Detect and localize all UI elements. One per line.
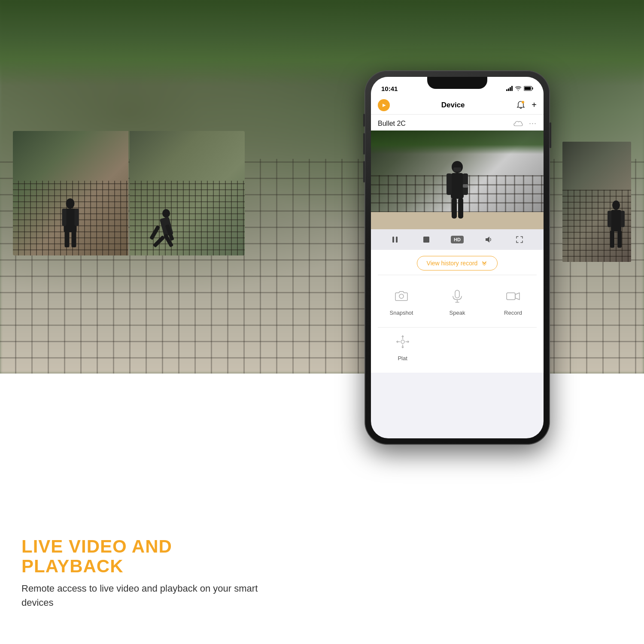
volume-icon [484, 235, 492, 244]
svg-point-0 [66, 198, 75, 209]
bar-1 [506, 89, 507, 91]
cloud-icon[interactable] [513, 120, 523, 128]
marketing-section: LIVE VIDEO AND PLAYBACK Remote access to… [21, 537, 262, 610]
ptz-icon-wrap [393, 332, 413, 352]
svg-rect-14 [608, 211, 611, 227]
svg-rect-35 [455, 290, 459, 298]
feed-person-figure [442, 161, 472, 221]
record-action[interactable]: Record [487, 282, 539, 320]
speak-icon-wrap [447, 286, 467, 306]
svg-rect-20 [525, 87, 531, 90]
battery-icon [524, 86, 533, 91]
header-actions: + [516, 100, 537, 110]
snapshot-action[interactable]: Snapshot [375, 282, 428, 320]
video-icon [506, 291, 520, 302]
silent-switch [363, 114, 365, 127]
svg-rect-32 [423, 237, 429, 243]
svg-rect-29 [463, 184, 468, 188]
record-icon-wrap [503, 286, 523, 306]
snapshot-label: Snapshot [390, 310, 413, 316]
phone-screen: 10:41 [371, 77, 544, 438]
device-header-icons: ··· [513, 119, 537, 128]
snapshot-icon-wrap [392, 286, 411, 306]
camera-thumb-right [562, 142, 631, 262]
bar-4 [511, 86, 513, 91]
svg-rect-13 [611, 210, 621, 231]
marketing-headline: LIVE VIDEO AND PLAYBACK [21, 537, 262, 576]
speak-label: Speak [450, 310, 465, 316]
volume-button[interactable] [481, 233, 495, 246]
svg-point-34 [399, 294, 404, 298]
svg-rect-5 [72, 231, 76, 247]
bar-3 [510, 87, 511, 91]
camera-feed [371, 131, 544, 229]
person-figure-right [603, 200, 629, 255]
play-button[interactable]: ▶ [378, 99, 390, 111]
svg-rect-24 [451, 173, 464, 199]
camera-thumbnails [13, 131, 245, 255]
svg-rect-2 [62, 209, 67, 226]
record-label: Record [504, 310, 522, 316]
svg-rect-27 [452, 198, 457, 219]
play-icon: ▶ [383, 103, 386, 107]
svg-rect-16 [610, 231, 614, 248]
camera-icon [395, 290, 408, 302]
microphone-icon [451, 289, 463, 303]
ptz-icon [396, 335, 410, 349]
notification-icon[interactable] [516, 100, 526, 110]
person-figure-2 [143, 208, 177, 251]
svg-rect-25 [447, 173, 452, 195]
video-controls: HD [371, 229, 544, 250]
bar-2 [508, 88, 509, 91]
phone-notch [427, 77, 487, 89]
pause-icon [391, 235, 399, 244]
signal-strength [506, 86, 513, 91]
action-grid: Snapshot Speak [371, 275, 544, 327]
phone-mockup: 10:41 [365, 71, 550, 444]
camera-thumb-1 [13, 131, 128, 255]
svg-rect-15 [621, 211, 625, 227]
stop-icon [422, 235, 431, 244]
svg-rect-38 [507, 293, 515, 300]
svg-rect-30 [392, 237, 394, 243]
more-options-icon[interactable]: ··· [529, 119, 537, 128]
ptz-action[interactable]: Plat [375, 328, 430, 366]
svg-rect-4 [65, 231, 70, 247]
fullscreen-icon [515, 235, 524, 244]
history-arrow-icon [481, 260, 488, 267]
svg-rect-8 [149, 225, 160, 240]
view-history-button[interactable]: View history record [417, 256, 498, 270]
status-icons [506, 86, 533, 91]
device-name: Bullet 2C [378, 120, 406, 128]
app-header: ▶ Device + [371, 96, 544, 115]
svg-rect-28 [458, 198, 463, 219]
svg-point-12 [612, 200, 620, 210]
feed-trees [371, 131, 544, 154]
device-card: Bullet 2C ··· [371, 115, 544, 373]
fullscreen-button[interactable] [513, 233, 526, 246]
marketing-subtext: Remote access to live video and playback… [21, 581, 262, 610]
volume-up-button [363, 133, 365, 155]
wifi-icon [515, 86, 522, 91]
svg-point-6 [162, 209, 170, 218]
speak-action[interactable]: Speak [431, 282, 483, 320]
person-figure-1 [59, 197, 82, 249]
stop-button[interactable] [419, 233, 433, 246]
add-icon[interactable]: + [532, 100, 537, 110]
page-title: Device [441, 101, 465, 109]
device-header: Bullet 2C ··· [371, 115, 544, 131]
svg-rect-23 [453, 167, 461, 172]
volume-down-button [363, 161, 365, 182]
history-button-container: View history record [371, 250, 544, 275]
hd-badge[interactable]: HD [451, 236, 464, 243]
svg-rect-17 [617, 231, 622, 248]
camera-thumb-2 [130, 131, 245, 255]
svg-rect-3 [75, 209, 79, 226]
power-button [550, 122, 551, 148]
plat-label: Plat [398, 355, 407, 361]
svg-rect-19 [532, 88, 533, 90]
history-label: View history record [427, 260, 478, 267]
svg-rect-31 [396, 237, 398, 243]
pause-button[interactable] [388, 233, 402, 246]
svg-point-21 [522, 101, 524, 103]
